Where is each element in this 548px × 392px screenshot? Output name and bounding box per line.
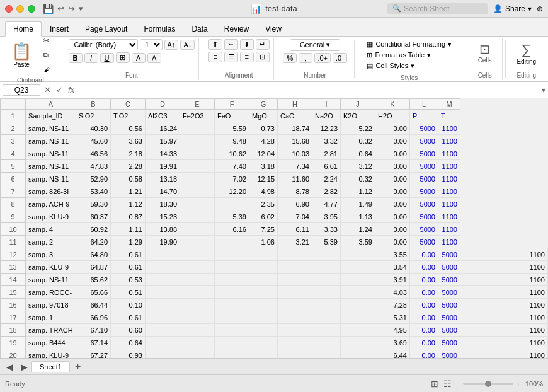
cell[interactable]: 1.12 xyxy=(111,198,146,210)
cell[interactable]: 1100 xyxy=(460,261,548,274)
cell[interactable]: 0.64 xyxy=(111,337,146,349)
cell[interactable] xyxy=(278,337,312,349)
cell[interactable]: 1.49 xyxy=(341,198,375,210)
cell[interactable]: samp. KLU-9 xyxy=(26,261,76,274)
cell[interactable]: 5.31 xyxy=(375,311,410,324)
cell[interactable] xyxy=(180,185,215,198)
tab-formulas[interactable]: Formulas xyxy=(135,21,183,36)
font-family-selector[interactable]: Calibri (Body) xyxy=(69,39,138,50)
cell[interactable]: CaO xyxy=(278,110,312,122)
percent-button[interactable]: % xyxy=(283,53,297,63)
cell[interactable]: samp. NS-11 xyxy=(26,173,76,185)
cell[interactable]: 6.44 xyxy=(375,349,410,359)
cell[interactable] xyxy=(341,261,375,274)
formula-dropdown-icon[interactable]: ▾ xyxy=(542,86,545,95)
cell[interactable]: 0.00 xyxy=(410,349,438,359)
cell[interactable]: MgO xyxy=(249,110,278,122)
cell[interactable]: 0.53 xyxy=(111,274,146,286)
cell[interactable] xyxy=(215,299,249,311)
cell[interactable] xyxy=(146,286,180,299)
cell[interactable] xyxy=(278,349,312,359)
zoom-in-icon[interactable]: + xyxy=(516,380,520,388)
cell[interactable] xyxy=(312,337,341,349)
cell[interactable]: 52.90 xyxy=(76,173,111,185)
cell[interactable]: Sample_ID xyxy=(26,110,76,122)
wrap-text-button[interactable]: ↵ xyxy=(256,39,270,50)
cell[interactable]: 15.97 xyxy=(146,135,180,147)
cell[interactable]: 18.74 xyxy=(278,122,312,135)
cell[interactable] xyxy=(180,311,215,324)
cell[interactable] xyxy=(215,337,249,349)
cell[interactable]: 0.00 xyxy=(375,122,410,135)
font-color-button[interactable]: A xyxy=(147,53,161,63)
cell[interactable] xyxy=(249,248,278,261)
cell[interactable] xyxy=(215,236,249,248)
cell[interactable] xyxy=(249,337,278,349)
cell[interactable]: 1.29 xyxy=(111,236,146,248)
cell[interactable]: 1100 xyxy=(438,198,460,210)
cell[interactable] xyxy=(215,248,249,261)
cell[interactable]: 2.82 xyxy=(312,185,341,198)
cell[interactable] xyxy=(278,274,312,286)
cell[interactable]: samp. NS-11 xyxy=(26,135,76,147)
cell[interactable]: 0.00 xyxy=(375,173,410,185)
cell[interactable]: 13.18 xyxy=(146,173,180,185)
cell[interactable]: Al2O3 xyxy=(146,110,180,122)
cell[interactable]: 3.59 xyxy=(341,236,375,248)
cell[interactable]: 5000 xyxy=(410,147,438,160)
cell[interactable] xyxy=(249,311,278,324)
cell[interactable]: samp. NS-11 xyxy=(26,122,76,135)
cell[interactable]: 15.23 xyxy=(146,210,180,223)
border-button[interactable]: ⊞ xyxy=(116,52,130,63)
cell[interactable]: 5000 xyxy=(438,274,460,286)
cell[interactable] xyxy=(180,337,215,349)
cut-button[interactable]: ✂ xyxy=(39,34,55,47)
cell[interactable]: 9.48 xyxy=(215,135,249,147)
confirm-formula-icon[interactable]: ✓ xyxy=(55,85,64,95)
search-box[interactable]: 🔍 Search Sheet xyxy=(387,3,488,14)
cell[interactable]: FeO xyxy=(215,110,249,122)
cell[interactable]: 6.90 xyxy=(278,198,312,210)
cell[interactable]: 18.30 xyxy=(146,198,180,210)
sheet-tab-sheet1[interactable]: Sheet1 xyxy=(31,361,70,372)
cell[interactable] xyxy=(180,210,215,223)
cell[interactable]: 3.63 xyxy=(111,135,146,147)
cell[interactable]: 7.40 xyxy=(215,160,249,173)
insert-function-icon[interactable]: fx xyxy=(67,85,76,95)
cell[interactable]: 7.02 xyxy=(215,173,249,185)
cell[interactable]: 40.30 xyxy=(76,122,111,135)
cell[interactable]: 0.00 xyxy=(410,261,438,274)
cell[interactable]: 1100 xyxy=(438,135,460,147)
cell[interactable]: 67.27 xyxy=(76,349,111,359)
cell[interactable]: 0.10 xyxy=(111,299,146,311)
cell[interactable]: 5.39 xyxy=(312,236,341,248)
cell[interactable]: 0.32 xyxy=(341,135,375,147)
cell[interactable]: 1100 xyxy=(438,223,460,236)
cell[interactable]: 0.00 xyxy=(410,286,438,299)
cell[interactable]: 1100 xyxy=(460,299,548,311)
cell[interactable]: 1100 xyxy=(460,349,548,359)
align-left-button[interactable]: ≡ xyxy=(208,52,222,62)
customize-icon[interactable]: ▾ xyxy=(79,4,83,13)
cell[interactable]: 3.21 xyxy=(278,236,312,248)
cell[interactable]: 5000 xyxy=(410,135,438,147)
cell[interactable]: 0.73 xyxy=(249,122,278,135)
cell[interactable]: 3.95 xyxy=(312,210,341,223)
cell[interactable] xyxy=(215,324,249,337)
cell[interactable]: 64.80 xyxy=(76,248,111,261)
cell[interactable] xyxy=(180,248,215,261)
cell[interactable] xyxy=(180,160,215,173)
cell[interactable] xyxy=(249,261,278,274)
cell[interactable]: 3.32 xyxy=(312,135,341,147)
zoom-slider[interactable] xyxy=(463,383,513,385)
cell[interactable]: 8.78 xyxy=(278,185,312,198)
cell[interactable]: samp. 97018 xyxy=(26,299,76,311)
cell[interactable] xyxy=(180,223,215,236)
cell[interactable]: 2.18 xyxy=(111,147,146,160)
cell[interactable]: 59.30 xyxy=(76,198,111,210)
bold-button[interactable]: B xyxy=(69,53,83,63)
cell[interactable]: 10.62 xyxy=(215,147,249,160)
cell[interactable]: 5000 xyxy=(410,210,438,223)
cell[interactable]: 3.54 xyxy=(375,261,410,274)
cell[interactable] xyxy=(312,349,341,359)
